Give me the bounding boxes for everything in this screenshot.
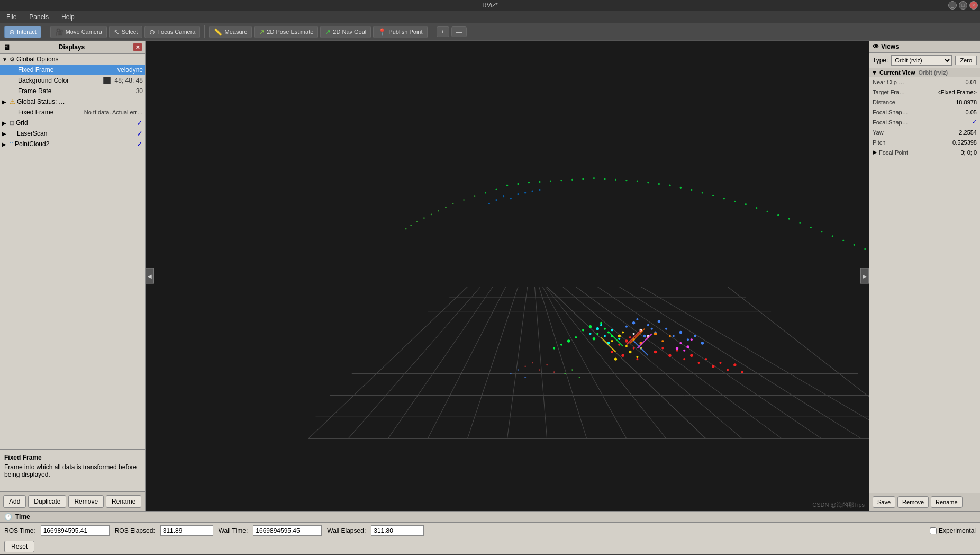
svg-point-133	[658, 320, 660, 323]
views-title: Views	[881, 43, 899, 50]
tree-row-frame-rate[interactable]: Frame Rate 30	[0, 86, 145, 96]
views-row-focal-shape-2[interactable]: Focal Shap… ✓	[869, 117, 980, 127]
window-controls[interactable]: _ □ ✕	[948, 1, 978, 10]
remove-button[interactable]: Remove	[68, 495, 104, 508]
views-remove-button[interactable]: Remove	[897, 496, 929, 508]
focus-camera-button[interactable]: ⊙ Focus Camera	[144, 26, 200, 38]
svg-point-110	[727, 369, 729, 371]
views-row-focal-shape-1[interactable]: Focal Shap… 0.05	[869, 107, 980, 117]
ros-elapsed-input[interactable]	[160, 525, 213, 536]
duplicate-button[interactable]: Duplicate	[28, 495, 66, 508]
displays-close-button[interactable]: ✕	[133, 43, 142, 51]
reset-button[interactable]: Reset	[4, 541, 34, 552]
views-row-focal-point[interactable]: ▶ Focal Point 0; 0; 0	[869, 147, 980, 157]
svg-point-106	[697, 362, 700, 364]
svg-point-175	[571, 369, 573, 371]
svg-point-138	[694, 335, 696, 337]
pose-estimate-button[interactable]: ↗ 2D Pose Estimate	[254, 26, 318, 38]
3d-visualization[interactable]	[146, 41, 869, 511]
svg-point-37	[485, 192, 486, 193]
current-view-header[interactable]: ▼ Current View Orbit (rviz)	[869, 68, 980, 77]
expand-current-view[interactable]: ▼	[872, 69, 877, 76]
fixed-frame-label: Fixed Frame	[18, 66, 115, 74]
viewport[interactable]: ◀	[146, 41, 869, 511]
svg-point-140	[611, 340, 613, 342]
views-row-target-frame[interactable]: Target Fra… <Fixed Frame>	[869, 87, 980, 97]
menu-help[interactable]: Help	[58, 12, 78, 22]
svg-point-57	[702, 192, 703, 193]
tree-row-fixed-frame[interactable]: Fixed Frame velodyne	[0, 65, 145, 75]
expand-focal-point[interactable]: ▶	[873, 149, 877, 156]
views-row-distance[interactable]: Distance 18.8978	[869, 97, 980, 107]
add-tool-button[interactable]: +	[437, 26, 449, 37]
svg-point-51	[637, 180, 638, 182]
maximize-button[interactable]: □	[959, 1, 967, 10]
grid-checkbox[interactable]: ✓	[137, 119, 143, 127]
svg-point-164	[691, 338, 693, 341]
pointcloud2-checkbox[interactable]: ✓	[137, 140, 143, 148]
svg-point-132	[651, 328, 653, 330]
expand-grid[interactable]: ▶	[2, 120, 10, 126]
nav-goal-button[interactable]: ↗ 2D Nav Goal	[320, 26, 371, 38]
tree-row-global-status-fixed-frame[interactable]: Fixed Frame No tf data. Actual err…	[0, 107, 145, 118]
zero-button[interactable]: Zero	[955, 56, 977, 65]
views-type-select[interactable]: Orbit (rviz)	[891, 55, 952, 66]
plus-icon: +	[441, 29, 444, 35]
rename-button[interactable]: Rename	[106, 495, 141, 508]
viz-area[interactable]	[146, 41, 869, 511]
gear-icon: ⚙	[10, 56, 15, 63]
move-camera-button[interactable]: 🎥 Move Camera	[50, 26, 107, 38]
expand-global-options[interactable]: ▼	[2, 57, 10, 62]
add-button[interactable]: Add	[3, 495, 26, 508]
displays-title: Displays	[59, 43, 85, 51]
svg-point-63	[767, 211, 768, 212]
tree-row-laserscan[interactable]: ▶ ⋯ LaserScan ✓	[0, 128, 145, 139]
svg-point-159	[669, 335, 671, 337]
expand-global-status[interactable]: ▶	[2, 99, 10, 105]
remove-tool-button[interactable]: —	[451, 26, 467, 37]
svg-point-91	[539, 189, 540, 191]
svg-point-113	[582, 329, 584, 331]
views-row-near-clip[interactable]: Near Clip … 0.01	[869, 77, 980, 87]
collapse-right-button[interactable]: ▶	[860, 268, 869, 284]
toolbar: ⊕ Interact 🎥 Move Camera ↖ Select ⊙ Focu…	[0, 23, 980, 41]
views-panel: 👁 Views Type: Orbit (rviz) Zero ▼ Curren…	[869, 41, 980, 511]
tree-row-grid[interactable]: ▶ ⊞ Grid ✓	[0, 118, 145, 128]
svg-point-79	[431, 214, 432, 216]
measure-icon: 📏	[214, 28, 222, 36]
wall-elapsed-input[interactable]	[371, 525, 424, 536]
collapse-left-button[interactable]: ◀	[146, 268, 154, 284]
svg-point-52	[647, 182, 649, 183]
views-rename-button[interactable]: Rename	[931, 496, 963, 508]
views-icon: 👁	[873, 43, 879, 50]
svg-point-145	[629, 351, 631, 353]
laserscan-checkbox[interactable]: ✓	[137, 129, 143, 138]
svg-point-78	[438, 210, 439, 212]
expand-laserscan[interactable]: ▶	[2, 131, 10, 137]
svg-point-135	[673, 335, 675, 337]
select-button[interactable]: ↖ Select	[109, 26, 143, 38]
svg-point-72	[864, 248, 866, 250]
svg-point-172	[546, 364, 548, 366]
views-save-button[interactable]: Save	[873, 496, 895, 508]
views-row-yaw[interactable]: Yaw 2.2554	[869, 127, 980, 137]
wall-time-input[interactable]	[253, 525, 322, 536]
svg-point-88	[517, 193, 519, 195]
menu-file[interactable]: File	[3, 12, 20, 22]
publish-point-button[interactable]: 📍 Publish Point	[373, 26, 427, 38]
measure-button[interactable]: 📏 Measure	[209, 26, 252, 38]
expand-pointcloud2[interactable]: ▶	[2, 141, 10, 147]
close-button[interactable]: ✕	[969, 1, 978, 10]
minimize-button[interactable]: _	[948, 1, 957, 10]
svg-point-130	[643, 335, 646, 337]
tree-row-global-status[interactable]: ▶ ⚠ Global Status: …	[0, 96, 145, 107]
tree-row-global-options[interactable]: ▼ ⚙ Global Options	[0, 54, 145, 65]
menu-panels[interactable]: Panels	[26, 12, 52, 22]
experimental-checkbox[interactable]	[930, 527, 937, 534]
interact-button[interactable]: ⊕ Interact	[4, 26, 41, 38]
ros-time-input[interactable]	[41, 525, 110, 536]
svg-point-123	[560, 344, 562, 346]
views-row-pitch[interactable]: Pitch 0.525398	[869, 137, 980, 147]
tree-row-pointcloud2[interactable]: ▶ ∷ PointCloud2 ✓	[0, 139, 145, 149]
tree-row-background-color[interactable]: Background Color 48; 48; 48	[0, 75, 145, 86]
